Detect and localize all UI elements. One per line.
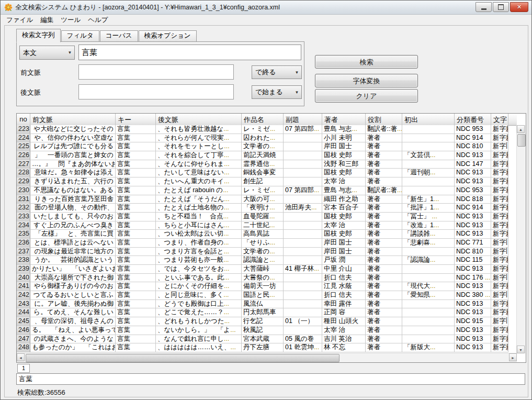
menu-edit[interactable]: 編集 <box>37 15 57 26</box>
table-row[interactable]: 229 きずり込まれた五、六行の 言葉 、たいへん重大のキイ... 創生記 太宰… <box>17 177 508 186</box>
table-row[interactable]: 235 「左様」 と、売言葉に買 言葉 、つい松太郎は云い切... 高島異誌 国… <box>17 230 508 239</box>
cell-author: 国枝 史郎 <box>322 151 366 160</box>
tab-search-string[interactable]: 検索文字列 <box>16 29 61 42</box>
table-row[interactable]: 230 不思議なものはない。ある 言葉 、たとえば rabouin の... レ… <box>17 186 508 195</box>
col-header-first-publication[interactable]: 初出 <box>402 114 455 125</box>
table-row[interactable]: 242 つてゐるおいとしいと言ふ 言葉 、と同じ意味に、多く... 国語と民..… <box>17 291 508 300</box>
cell-post-context: 、つまり芸術も亦一般... <box>156 256 242 265</box>
titlebar[interactable]: 全文検索システム ひまわり - [aozora_20140401] - Y:¥H… <box>1 1 531 15</box>
font-convert-button[interactable]: 字体変換 <box>315 74 418 87</box>
menu-help[interactable]: ヘルプ <box>84 15 111 26</box>
cell-subtitle <box>284 308 322 317</box>
results-body: 223 や大砲などに交じったその 言葉 、それも皆勇壮激越な... レ・ミゼ..… <box>17 125 508 354</box>
table-row[interactable]: 227 …。』 問『まあ勿体ないお 言葉 、そんなに仰せられま... 霊界通信.… <box>17 160 508 169</box>
menu-file[interactable]: ファイル <box>3 15 37 26</box>
cell-work: 備前天一坊 <box>242 282 284 291</box>
table-row[interactable]: 244 ら。てめえ、そんな難しい 言葉 、どこで覚えた……？... 円太郎馬車 … <box>17 308 508 317</box>
table-row[interactable]: 243 に。アレ嘘、後先揃わぬ御 言葉 、どうでも殿御は口上... 風流仏 幸田… <box>17 300 508 309</box>
cell-first-publication: 「悲劇喜... <box>402 239 455 248</box>
tab-corpus[interactable]: コーパス <box>100 30 138 42</box>
cell-ndc: NDC 913 <box>455 343 491 352</box>
cell-charset: 新字旧 <box>491 239 508 248</box>
table-row[interactable]: 245 、母堂の深切、祖母さんの 言葉 、どれもうれしかつた... 行乞記 01… <box>17 317 508 326</box>
cell-subtitle <box>284 160 322 169</box>
page-number-cell[interactable]: 1 <box>17 364 30 373</box>
prev-context-input[interactable] <box>78 64 234 80</box>
cell-charset: 新字新 <box>491 326 508 335</box>
col-header-subtitle[interactable]: 副題 <box>284 114 322 125</box>
col-header-ndc[interactable]: 分類番号 <box>455 114 491 125</box>
scroll-up-icon[interactable]: ▲ <box>517 125 525 133</box>
prev-context-option-select[interactable]: で終る ▼ <box>252 65 302 79</box>
close-button[interactable]: ✕ <box>510 2 528 12</box>
table-row[interactable]: 248 も参ったのか」 「これはお 言葉 、ははははは……いえ、... 丹下左膳… <box>17 343 508 352</box>
table-row[interactable]: 231 りきった百姓言葉乃至田舎 言葉 、たとえば「そうだん... 大阪の可..… <box>17 195 508 204</box>
cell-first-publication: 「現代大... <box>402 282 455 291</box>
table-row[interactable]: 223 や大砲などに交じったその 言葉 、それも皆勇壮激越な... レ・ミゼ..… <box>17 125 508 134</box>
col-header-role[interactable]: 役割 <box>366 114 402 125</box>
cell-author: 国枝 史郎 <box>322 169 366 177</box>
vertical-scrollbar[interactable]: ▲ ▼ <box>516 125 526 353</box>
tab-search-options[interactable]: 検索オプション <box>139 30 197 42</box>
vertical-scrollbar-thumb[interactable] <box>517 134 526 147</box>
table-row[interactable]: 241 やら御様子ありげの今のお 言葉 、とにかくその仔細を... 備前天一坊 … <box>17 282 508 291</box>
table-row[interactable]: 247 の武蔵さまへ、今のような 言葉 、なんで戯れ言に申し... 宮本武蔵 0… <box>17 335 508 344</box>
cell-pre-context: 大崇高な場所で下された御 <box>30 274 116 283</box>
scroll-left-icon[interactable]: ◄ <box>17 353 25 361</box>
cell-no: 240 <box>17 274 30 283</box>
col-header-work[interactable]: 作品名 <box>242 114 284 125</box>
cell-key: 言葉 <box>116 142 156 151</box>
col-header-pre-context[interactable]: 前文脈 <box>30 114 116 125</box>
menu-tools[interactable]: ツール <box>57 15 84 26</box>
table-row[interactable]: 232 面の登場人物、その動作、 言葉 、たとえば土地名物の... 「夜明け..… <box>17 204 508 213</box>
scroll-down-icon[interactable]: ▼ <box>517 346 525 353</box>
table-row[interactable]: 237 の現象は最近非常に地方の 言葉 、つまり方言を会話と... 文学者の..… <box>17 248 508 257</box>
table-row[interactable]: 236 とは、標準語とは云へない 言葉 、つまり、作者自身の... 「せりふ..… <box>17 239 508 248</box>
horizontal-scrollbar-thumb[interactable] <box>26 354 339 362</box>
cell-role: 著者 <box>366 221 402 230</box>
table-row[interactable]: 224 や、信仰の伴わない空虚な 言葉 、それらが何んで現実... 囚われた..… <box>17 134 508 143</box>
tab-filter[interactable]: フィルタ <box>61 30 99 42</box>
col-header-no[interactable]: no <box>17 114 30 125</box>
col-header-author[interactable]: 著者 <box>322 114 366 125</box>
cell-pre-context: の武蔵さまへ、今のような <box>30 335 116 344</box>
cell-post-context: 、たとえば土地名物の... <box>156 204 242 213</box>
cell-key: 言葉 <box>116 230 156 239</box>
search-target-select[interactable]: 本文 ▼ <box>19 46 75 60</box>
table-row[interactable]: 226 」 一番頭の言葉と婢女の 言葉 、それを綜合して丁寧... 前記天満焼 … <box>17 151 508 160</box>
table-row[interactable]: 234 すぐ上の兄のふんべつ臭き 言葉 、ちらと小耳にはさん... 二十世紀..… <box>17 221 508 230</box>
col-header-charset[interactable]: 文字 <box>491 114 508 125</box>
cell-work: レ・ミゼ... <box>242 186 284 195</box>
search-button[interactable]: 検索 <box>315 55 418 69</box>
cell-subtitle: 41 椰子林... <box>284 265 322 274</box>
table-row[interactable]: 228 意味だ。急々如律令は添え 言葉 、たいして意味はない... 銅銭会事変 … <box>17 169 508 177</box>
col-header-key[interactable]: キー <box>116 114 156 125</box>
cell-key: 言葉 <box>116 300 156 309</box>
table-row[interactable]: 240 大崇高な場所で下された御 言葉 、といふ事である。此... 大嘗祭の..… <box>17 274 508 283</box>
cell-ndc: NDC 380 ... <box>455 291 491 300</box>
next-context-option-select[interactable]: で始まる ▼ <box>252 85 302 99</box>
minimize-button[interactable] <box>476 2 492 12</box>
table-row[interactable]: 233 いたしましても、只今のお 言葉 、ちと不穏当！ 合点... 血曼陀羅..… <box>17 213 508 221</box>
clear-button[interactable]: クリア <box>315 89 418 103</box>
table-row[interactable]: 225 レルブは先づ誰にでも分る 言葉 、それをモットーとし... 文学者の..… <box>17 142 508 151</box>
horizontal-scrollbar[interactable]: ◄ ► <box>17 353 517 362</box>
cell-charset: 新字新 <box>491 221 508 230</box>
scroll-right-icon[interactable]: ► <box>509 353 517 361</box>
selected-key-field[interactable] <box>16 373 525 385</box>
table-row[interactable]: 246 る。 「ねえ、よい悪事って 言葉 、ないかしら。」 「よ... 秋風記 … <box>17 326 508 335</box>
cell-role: 著者 <box>366 291 402 300</box>
cell-no: 241 <box>17 282 30 291</box>
cell-role: 著者 <box>366 317 402 326</box>
cell-charset: 新字新 <box>491 230 508 239</box>
table-row[interactable]: 238 うか。 芸術的認識という 言葉 、つまり芸術も亦一般... 認識論と..… <box>17 256 508 265</box>
next-context-input[interactable] <box>78 84 234 99</box>
table-row[interactable]: 239 かりたい」 「いさぎよいお 言葉 、では、今タセツをお... 大菩薩峠 … <box>17 265 508 274</box>
restore-button[interactable] <box>493 2 509 12</box>
col-header-post-context[interactable]: 後文脈 <box>156 114 242 125</box>
query-input[interactable] <box>78 45 301 60</box>
cell-no: 232 <box>17 204 30 213</box>
cell-work: 血曼陀羅... <box>242 213 284 221</box>
cell-ndc: NDC 953 <box>455 125 491 134</box>
cell-work: 前記天満焼 <box>242 151 284 160</box>
